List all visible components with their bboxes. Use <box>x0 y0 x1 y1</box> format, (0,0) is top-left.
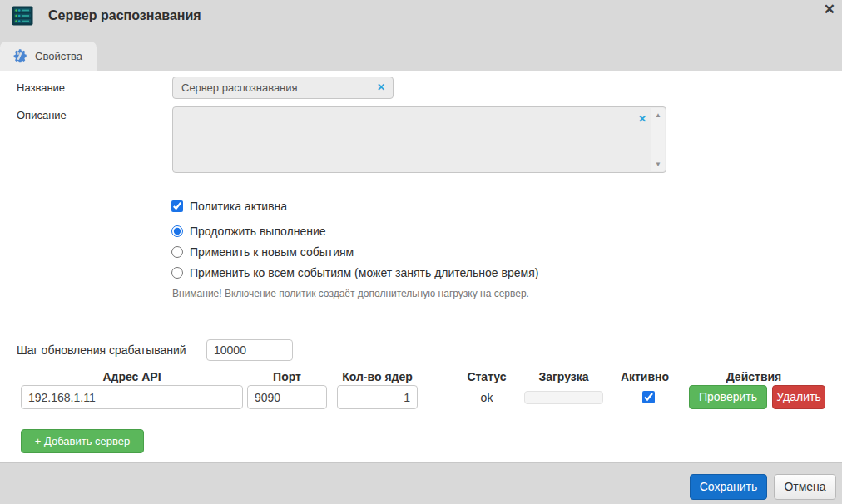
policy-warning-text: Внимание! Включение политик создаёт допо… <box>172 288 529 299</box>
name-label: Название <box>17 77 65 99</box>
header-actions: Действия <box>682 370 825 383</box>
description-textarea[interactable] <box>180 111 646 168</box>
description-clear-icon[interactable]: ✕ <box>638 113 646 125</box>
description-scrollbar[interactable]: ▲ ▼ <box>651 108 665 171</box>
apply-option-row: Продолжить выполнение <box>171 225 326 238</box>
properties-panel: Название ✕ Описание ✕ ▲ ▼ Политика актив… <box>0 71 842 462</box>
scroll-down-icon[interactable]: ▼ <box>651 161 665 168</box>
policy-active-row: Политика активна <box>171 200 287 213</box>
header-cores: Кол-во ядер <box>337 370 418 383</box>
cancel-button[interactable]: Отмена <box>774 474 836 500</box>
policy-active-label[interactable]: Политика активна <box>190 200 287 213</box>
tab-properties-label: Свойства <box>35 50 82 62</box>
description-label: Описание <box>17 109 67 121</box>
tab-properties[interactable]: Свойства <box>0 42 97 71</box>
recognition-server-dialog: Сервер распознавания ✕ Свойства Название… <box>0 0 842 504</box>
header-active: Активно <box>612 370 678 383</box>
scroll-up-icon[interactable]: ▲ <box>651 111 665 119</box>
dialog-title: Сервер распознавания <box>48 8 201 23</box>
radio-continue-execution-label[interactable]: Продолжить выполнение <box>190 225 326 238</box>
radio-continue-execution[interactable] <box>171 225 183 237</box>
radio-apply-all-events[interactable] <box>171 267 183 279</box>
server-active-checkbox[interactable] <box>642 391 655 403</box>
server-address-input[interactable] <box>21 385 243 409</box>
server-rack-icon <box>12 6 33 26</box>
header-port: Порт <box>247 370 327 383</box>
name-input[interactable] <box>172 77 394 99</box>
apply-option-row: Применить к новым событиям <box>171 245 354 259</box>
apply-option-row: Применить ко всем событиям (может занять… <box>171 266 538 279</box>
radio-apply-new-events[interactable] <box>171 246 183 258</box>
description-field: ✕ ▲ ▼ <box>172 106 666 173</box>
radio-apply-new-events-label[interactable]: Применить к новым событиям <box>190 245 354 259</box>
header-status: Статус <box>449 370 524 383</box>
name-clear-icon[interactable]: ✕ <box>377 82 385 93</box>
policy-active-checkbox[interactable] <box>171 200 183 212</box>
save-button[interactable]: Сохранить <box>690 474 767 500</box>
add-server-button[interactable]: + Добавить сервер <box>21 429 144 453</box>
radio-apply-all-events-label[interactable]: Применить ко всем событиям (может занять… <box>190 266 538 279</box>
dialog-header: Сервер распознавания ✕ Свойства <box>0 0 842 71</box>
header-address-api: Адрес API <box>21 370 243 383</box>
update-step-input[interactable] <box>206 339 293 361</box>
server-check-button[interactable]: Проверить <box>689 385 767 409</box>
server-load-bar <box>524 391 603 404</box>
dialog-footer: Сохранить Отмена <box>0 462 842 504</box>
server-port-input[interactable] <box>247 385 327 409</box>
header-load: Загрузка <box>524 370 603 383</box>
gear-wrench-icon <box>11 47 28 65</box>
server-delete-button[interactable]: Удалить <box>772 385 825 409</box>
server-status-value: ok <box>449 391 524 404</box>
server-cores-input[interactable] <box>337 385 418 409</box>
update-step-label: Шаг обновления срабатываний <box>17 339 186 361</box>
close-icon[interactable]: ✕ <box>824 1 835 19</box>
